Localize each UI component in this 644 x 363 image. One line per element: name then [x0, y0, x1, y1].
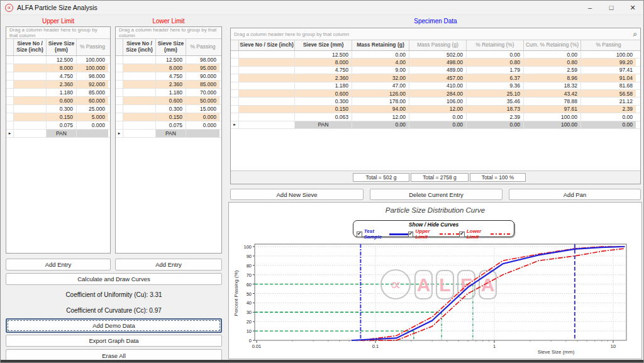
specimen-column-header[interactable]: Mass Passing (g) — [409, 40, 467, 50]
specimen-cell[interactable]: 4.00 — [352, 59, 409, 65]
specimen-row[interactable]: 0.15094.0012.0018.7397.612.39 — [231, 106, 640, 113]
upper-limit-cell[interactable]: 5.000 — [77, 113, 108, 121]
lower-limit-cell[interactable]: 4.750 — [156, 72, 186, 80]
specimen-cell[interactable]: 1.79 — [467, 67, 524, 74]
specimen-cell[interactable] — [239, 106, 295, 113]
upper-limit-cell[interactable] — [14, 56, 47, 64]
upper-limit-cell[interactable]: 0.000 — [77, 121, 108, 129]
lower-limit-add-entry-button[interactable]: Add Entry — [115, 259, 222, 271]
upper-limit-column-header[interactable]: Sieve No / Size (inch) — [14, 39, 47, 55]
add-pan-button[interactable]: Add Pan — [509, 189, 641, 200]
specimen-cell[interactable] — [239, 98, 295, 104]
specimen-cell[interactable]: 284.00 — [409, 90, 467, 97]
export-graph-data-button[interactable]: Export Graph Data — [6, 335, 222, 347]
upper-limit-cell[interactable] — [14, 81, 47, 88]
lower-limit-cell[interactable] — [123, 89, 156, 96]
maximize-button[interactable]: □ — [601, 1, 622, 14]
specimen-cell[interactable]: 0.00 — [581, 113, 636, 120]
specimen-cell[interactable]: 25.10 — [467, 90, 524, 97]
lower-limit-cell[interactable]: 0.000 — [186, 113, 219, 121]
add-demo-data-button[interactable]: Add Demo Data — [6, 318, 222, 333]
specimen-cell[interactable]: 2.59 — [524, 67, 581, 74]
lower-limit-cell[interactable] — [123, 105, 156, 113]
upper-limit-row[interactable]: 12.500100.000 — [6, 56, 110, 64]
specimen-row[interactable]: 0.600126.00284.0025.1043.4256.58 — [231, 90, 640, 98]
specimen-cell[interactable]: 0.150 — [295, 106, 352, 113]
specimen-cell[interactable] — [239, 59, 295, 65]
upper-limit-row[interactable]: 1.18085.000 — [6, 89, 110, 97]
lower-limit-cell[interactable]: 85.000 — [186, 81, 219, 88]
lower-limit-cell[interactable]: 95.000 — [186, 64, 219, 72]
specimen-row[interactable]: 1.18047.00410.009.3618.3281.68 — [231, 82, 640, 90]
lower-limit-cell[interactable]: PAN — [156, 130, 186, 137]
specimen-cell[interactable]: 4.750 — [295, 67, 352, 74]
upper-limit-row[interactable]: 0.60060.000 — [6, 97, 110, 105]
specimen-cell[interactable]: 94.00 — [352, 106, 409, 113]
specimen-cell[interactable]: 9.00 — [352, 67, 409, 74]
specimen-cell[interactable] — [239, 82, 295, 89]
legend-checkbox-lower-limit[interactable]: ✔ — [459, 232, 465, 237]
lower-limit-cell[interactable]: 50.000 — [186, 97, 219, 104]
specimen-column-header[interactable]: Sieve Size (mm) — [295, 40, 352, 50]
specimen-cell[interactable]: 0.00 — [581, 121, 636, 128]
lower-limit-row[interactable]: 0.30015.000 — [116, 105, 221, 113]
lower-limit-cell[interactable] — [123, 64, 156, 72]
upper-limit-cell[interactable] — [14, 89, 47, 96]
specimen-cell[interactable]: 0.00 — [524, 51, 581, 58]
specimen-cell[interactable] — [239, 90, 295, 97]
upper-limit-row[interactable]: ▸PAN — [6, 130, 110, 138]
upper-limit-cell[interactable] — [77, 130, 108, 137]
specimen-row[interactable]: 8.0004.00498.000.800.8099.20 — [231, 59, 640, 66]
upper-limit-cell[interactable]: 100.000 — [77, 56, 108, 64]
specimen-cell[interactable]: 2.39 — [467, 113, 524, 120]
specimen-cell[interactable]: 100.00 — [524, 113, 581, 120]
specimen-cell[interactable] — [239, 67, 295, 74]
upper-limit-cell[interactable] — [14, 72, 47, 80]
upper-limit-cell[interactable] — [14, 97, 47, 104]
specimen-cell[interactable]: 502.00 — [409, 51, 467, 58]
lower-limit-cell[interactable] — [123, 121, 156, 129]
lower-limit-column-header[interactable]: Sieve No / Size (inch) — [123, 39, 156, 55]
lower-limit-cell[interactable]: 0.075 — [156, 121, 186, 129]
specimen-row[interactable]: 0.300178.00106.0035.4678.8821.12 — [231, 98, 640, 105]
upper-limit-row[interactable]: 0.30025.000 — [6, 105, 110, 113]
specimen-column-header[interactable]: % Retaining (%) — [467, 40, 524, 50]
lower-limit-cell[interactable] — [123, 130, 156, 137]
specimen-cell[interactable]: 1.180 — [295, 82, 352, 89]
upper-limit-cell[interactable]: 8.000 — [47, 64, 77, 72]
upper-limit-cell[interactable] — [14, 105, 47, 113]
upper-limit-group-by-bar[interactable]: Drag a column header here to group by th… — [6, 27, 110, 39]
specimen-cell[interactable]: 43.42 — [524, 90, 581, 97]
lower-limit-cell[interactable]: 0.600 — [156, 97, 186, 104]
lower-limit-cell[interactable]: 2.360 — [156, 81, 186, 88]
specimen-cell[interactable]: 32.00 — [352, 74, 409, 81]
lower-limit-row[interactable]: ▸PAN — [116, 130, 221, 138]
upper-limit-cell[interactable]: 85.000 — [77, 89, 108, 96]
upper-limit-cell[interactable] — [14, 130, 47, 137]
lower-limit-cell[interactable] — [123, 113, 156, 121]
lower-limit-cell[interactable] — [123, 81, 156, 88]
upper-limit-column-header[interactable]: % Passing — [77, 39, 108, 55]
upper-limit-cell[interactable]: 2.360 — [47, 81, 77, 88]
specimen-cell[interactable]: 0.80 — [467, 59, 524, 65]
specimen-cell[interactable]: 18.73 — [467, 106, 524, 113]
lower-limit-row[interactable]: 12.50098.000 — [116, 56, 221, 64]
specimen-cell[interactable]: 18.32 — [524, 82, 581, 89]
upper-limit-row[interactable]: 8.000100.000 — [6, 64, 110, 72]
upper-limit-cell[interactable]: 100.000 — [77, 64, 108, 72]
delete-current-entry-button[interactable]: Delete Current Entry — [370, 189, 502, 200]
specimen-cell[interactable]: 457.00 — [409, 74, 467, 81]
specimen-cell[interactable]: 81.68 — [581, 82, 636, 89]
upper-limit-cell[interactable]: 25.000 — [77, 105, 108, 113]
upper-limit-cell[interactable]: 4.750 — [47, 72, 77, 80]
specimen-cell[interactable]: 0.00 — [467, 121, 524, 128]
upper-limit-cell[interactable]: 0.150 — [47, 113, 77, 121]
lower-limit-cell[interactable]: 8.000 — [156, 64, 186, 72]
specimen-cell[interactable]: 9.36 — [467, 82, 524, 89]
specimen-row[interactable]: ▸PAN0.000.000.00100.000.00 — [231, 121, 640, 129]
upper-limit-cell[interactable]: 98.000 — [77, 72, 108, 80]
specimen-cell[interactable]: 2.39 — [581, 106, 636, 113]
specimen-cell[interactable]: 91.04 — [581, 74, 636, 81]
legend-checkbox-test-sample[interactable]: ✔ — [357, 232, 362, 237]
specimen-cell[interactable]: 12.500 — [295, 51, 352, 58]
